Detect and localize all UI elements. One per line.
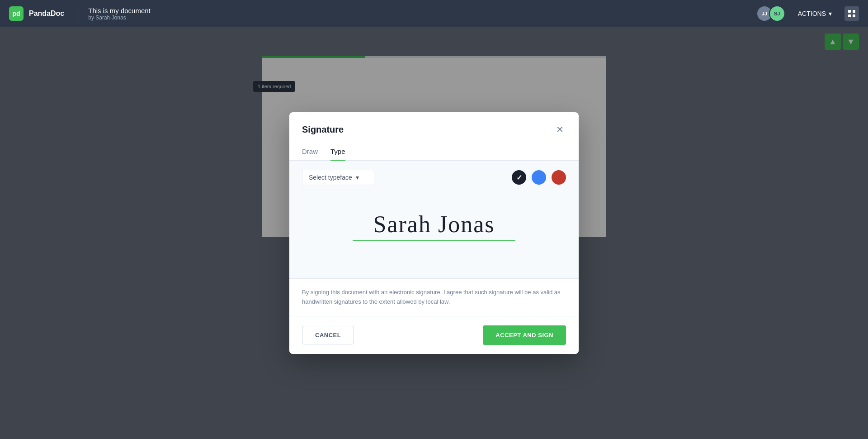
top-nav: pd PandaDoc This is my document by Sarah… bbox=[0, 0, 868, 27]
color-red[interactable] bbox=[552, 170, 566, 185]
modal-backdrop: Signature ✕ Draw Type Select typeface ▾ bbox=[0, 27, 868, 439]
svg-rect-3 bbox=[853, 14, 855, 17]
tab-type[interactable]: Type bbox=[330, 143, 345, 161]
signature-text: Sarah Jonas bbox=[373, 211, 495, 238]
typeface-select[interactable]: Select typeface ▾ bbox=[302, 170, 374, 185]
pandadoc-logo: pd bbox=[9, 6, 24, 21]
avatar-sj: SJ bbox=[769, 5, 785, 22]
chevron-down-icon: ▾ bbox=[356, 174, 359, 181]
signature-preview: Sarah Jonas bbox=[302, 194, 566, 258]
nav-right: JJ SJ ACTIONS ▾ bbox=[756, 5, 859, 22]
modal-header: Signature ✕ bbox=[289, 112, 579, 136]
svg-rect-2 bbox=[848, 14, 851, 17]
close-button[interactable]: ✕ bbox=[553, 123, 566, 136]
svg-rect-0 bbox=[848, 10, 851, 13]
legal-text: By signing this document with an electro… bbox=[289, 278, 579, 316]
svg-rect-1 bbox=[853, 10, 855, 13]
doc-info: This is my document by Sarah Jonas bbox=[79, 7, 151, 21]
actions-button[interactable]: ACTIONS ▾ bbox=[793, 6, 837, 21]
color-black[interactable] bbox=[512, 170, 526, 185]
accept-and-sign-button[interactable]: ACCEPT AND SIGN bbox=[483, 325, 566, 345]
logo-area: pd PandaDoc This is my document by Sarah… bbox=[9, 6, 151, 21]
chevron-down-icon: ▾ bbox=[829, 10, 832, 17]
modal-tabs: Draw Type bbox=[289, 143, 579, 161]
avatar-group: JJ SJ bbox=[756, 5, 785, 22]
brand-name: PandaDoc bbox=[29, 10, 64, 18]
typeface-label: Select typeface bbox=[309, 174, 352, 181]
cancel-button[interactable]: CANCEL bbox=[302, 326, 354, 344]
main-content: ▲ ▼ 1 item required Signature ✕ Draw Typ… bbox=[0, 27, 868, 439]
tab-draw[interactable]: Draw bbox=[302, 143, 318, 161]
modal-title: Signature bbox=[302, 124, 344, 135]
modal-body: Select typeface ▾ Sarah Jonas bbox=[289, 161, 579, 278]
color-options bbox=[512, 170, 566, 185]
typeface-row: Select typeface ▾ bbox=[302, 170, 566, 185]
color-blue[interactable] bbox=[532, 170, 546, 185]
doc-title: This is my document bbox=[88, 7, 151, 14]
grid-icon[interactable] bbox=[844, 6, 859, 21]
signature-underline bbox=[353, 240, 515, 241]
modal-footer: CANCEL ACCEPT AND SIGN bbox=[289, 316, 579, 354]
doc-author: by Sarah Jonas bbox=[88, 14, 151, 21]
signature-modal: Signature ✕ Draw Type Select typeface ▾ bbox=[289, 112, 579, 354]
